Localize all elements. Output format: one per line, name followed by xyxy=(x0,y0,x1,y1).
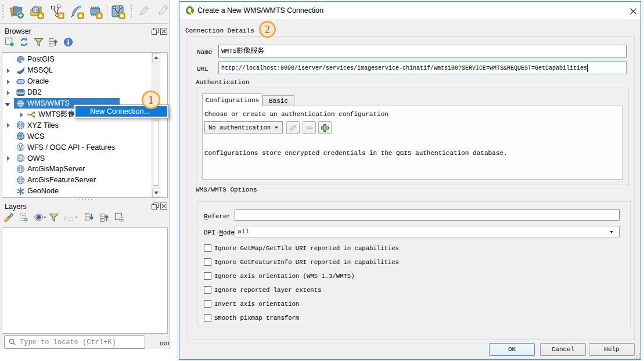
resize-grip[interactable] xyxy=(634,352,641,359)
db2-icon: DB2 xyxy=(16,88,25,97)
browser-close-button[interactable] xyxy=(160,27,167,37)
coordinate-label-fragment: oor xyxy=(160,340,169,347)
url-input[interactable]: http://localhost:8090/iserver/services/i… xyxy=(218,62,627,74)
add-configuration-button[interactable] xyxy=(318,121,332,134)
chevron-down-icon xyxy=(610,231,613,233)
tree-item-postgis[interactable]: PostGIS xyxy=(2,54,159,65)
referer-input[interactable] xyxy=(235,210,620,221)
dialog-close-icon[interactable] xyxy=(629,8,637,15)
show-properties-icon[interactable] xyxy=(63,37,73,49)
toolbar-drag-handle[interactable] xyxy=(130,4,132,19)
toolbar-drag-handle[interactable] xyxy=(2,4,4,19)
checkbox[interactable] xyxy=(204,272,211,280)
checkbox-label: Ignore reported layer extents xyxy=(214,287,321,294)
scrollbar-thumb[interactable] xyxy=(153,121,159,186)
collapse-all-icon[interactable] xyxy=(48,37,58,49)
scroll-down-button[interactable] xyxy=(152,189,160,197)
tree-item-arcgisfeatureserver[interactable]: ArcGisFeatureServer xyxy=(2,175,159,186)
tree-item-label: ArcGisFeatureServer xyxy=(27,176,96,184)
toggle-editing-icon[interactable] xyxy=(136,4,152,20)
checkbox[interactable] xyxy=(204,258,211,266)
save-edits-icon[interactable] xyxy=(155,4,171,20)
help-button[interactable]: Help xyxy=(589,343,635,356)
checkbox-label: Smooth pixmap transform xyxy=(214,315,299,322)
new-spatialite-layer-icon[interactable] xyxy=(29,4,45,20)
expand-all-icon[interactable] xyxy=(84,212,94,225)
expand-arrow-icon[interactable] xyxy=(5,122,11,128)
tree-item-mssql[interactable]: MSSQL xyxy=(2,65,159,76)
cjk-glyph xyxy=(60,110,68,117)
open-layer-styling-icon[interactable] xyxy=(4,212,14,225)
checkbox[interactable] xyxy=(204,244,211,252)
add-selected-layers-icon[interactable] xyxy=(5,37,15,49)
new-virtual-layer-icon[interactable] xyxy=(88,4,103,20)
connection-details-group: Name WMTS URL http://localhost:8090/iser… xyxy=(188,36,635,340)
tree-item-ows[interactable]: OWS xyxy=(2,153,159,164)
layers-close-button[interactable] xyxy=(160,201,167,212)
browser-tree-scrollbar[interactable] xyxy=(152,53,160,197)
cancel-button[interactable]: Cancel xyxy=(540,343,586,356)
expand-arrow-icon[interactable] xyxy=(5,79,11,85)
expand-arrow-icon[interactable] xyxy=(5,90,11,96)
browser-float-button[interactable] xyxy=(152,27,159,37)
checkbox[interactable] xyxy=(204,300,211,308)
tab-basic[interactable]: Basic xyxy=(262,95,294,106)
tree-item-label: Oracle xyxy=(27,77,49,85)
arcgis-feature-server-icon xyxy=(16,176,25,185)
tree-item-wcs[interactable]: WCS xyxy=(2,131,159,142)
collapse-arrow-icon[interactable] xyxy=(5,102,10,107)
panel-splitter-handle[interactable] xyxy=(75,198,93,201)
svg-text:ε: ε xyxy=(64,213,67,222)
qgis-logo-icon xyxy=(185,6,195,15)
manage-map-themes-icon[interactable] xyxy=(34,212,46,225)
dialog-titlebar[interactable]: Create a New WMS/WMTS Connection xyxy=(179,2,641,19)
wms-options-label: WMS/WMTS Options xyxy=(196,186,257,193)
tree-item-db2[interactable]: DB2DB2 xyxy=(2,87,159,98)
configurations-tab-pane: Choose or create an authentication confi… xyxy=(202,106,623,180)
checkbox[interactable] xyxy=(204,286,211,294)
tree-item-oracle[interactable]: Oracle xyxy=(2,76,159,87)
tree-item-label: OWS xyxy=(27,154,45,163)
name-input[interactable]: WMTS xyxy=(218,45,627,57)
referer-label: Referer xyxy=(204,213,231,220)
dpi-mode-select[interactable]: all xyxy=(235,226,620,237)
new-shapefile-layer-icon[interactable] xyxy=(49,4,65,20)
wcs-icon xyxy=(16,132,25,140)
minus-icon xyxy=(305,124,314,132)
checkbox[interactable] xyxy=(204,314,211,322)
edit-configuration-button[interactable] xyxy=(286,121,300,134)
tree-item-xyz-tiles[interactable]: XYZ Tiles xyxy=(2,120,159,131)
url-label: URL xyxy=(197,66,208,73)
new-mesh-layer-icon[interactable] xyxy=(110,4,126,20)
filter-browser-icon[interactable] xyxy=(34,37,44,49)
oracle-icon xyxy=(16,77,25,86)
tab-configurations[interactable]: Configurations xyxy=(202,93,262,106)
expand-arrow-icon[interactable] xyxy=(5,68,11,74)
layers-float-button[interactable] xyxy=(152,201,159,212)
tree-item-label: WMS/WMTS xyxy=(27,99,70,107)
filter-by-expression-icon[interactable]: ε xyxy=(63,212,79,225)
expand-arrow-icon[interactable] xyxy=(5,156,11,161)
ows-icon xyxy=(16,154,25,163)
expand-arrow-icon[interactable] xyxy=(19,112,24,118)
collapse-all-layers-icon[interactable] xyxy=(99,212,109,225)
step-2-number: 2 xyxy=(265,24,270,35)
locate-search-input[interactable]: Type to locate (Ctrl+K) xyxy=(4,335,145,349)
tree-item-wfs-ogc-api-features[interactable]: WFS / OGC API - Features xyxy=(2,142,159,153)
wms-options-group: Referer DPI-Mode all Ignore GetMap/GetTi… xyxy=(197,201,631,327)
filter-legend-icon[interactable] xyxy=(49,212,59,225)
auth-config-select[interactable]: No authentication xyxy=(204,121,283,133)
refresh-icon[interactable] xyxy=(19,37,29,49)
postgis-icon xyxy=(16,55,25,64)
ok-button[interactable]: OK xyxy=(489,343,535,356)
new-geopackage-layer-icon[interactable] xyxy=(69,4,85,20)
tree-item-arcgismapserver[interactable]: ArcGisMapServer xyxy=(2,164,159,175)
add-layer-icon[interactable] xyxy=(9,4,25,20)
cjk-glyph xyxy=(250,47,257,54)
scroll-up-button[interactable] xyxy=(152,53,160,62)
remove-configuration-button[interactable] xyxy=(303,121,316,134)
add-group-icon[interactable] xyxy=(19,212,28,225)
tree-item-geonode[interactable]: GeoNode xyxy=(2,186,159,197)
wms-icon xyxy=(16,99,25,108)
remove-layer-icon[interactable] xyxy=(114,212,124,225)
